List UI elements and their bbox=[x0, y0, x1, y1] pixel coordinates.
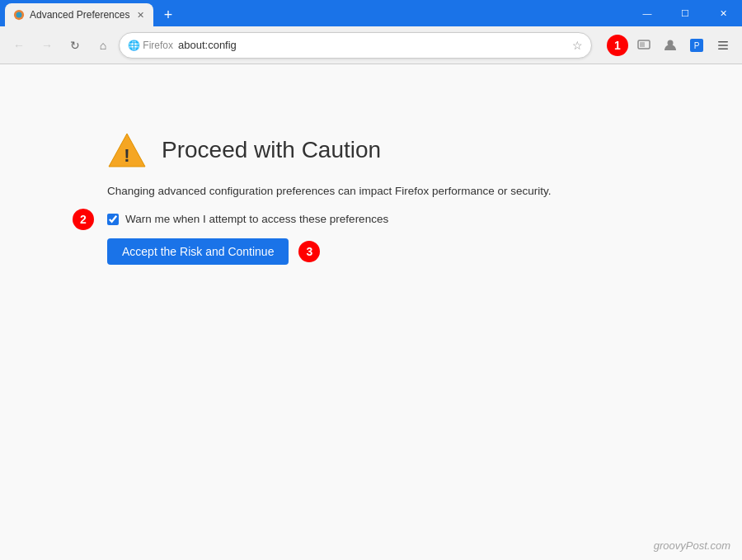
close-button[interactable]: ✕ bbox=[704, 0, 742, 26]
forward-button[interactable]: → bbox=[35, 33, 59, 58]
annotation-2: 2 bbox=[73, 209, 94, 230]
svg-text:P: P bbox=[694, 41, 700, 50]
watermark: groovyPost.com bbox=[654, 539, 730, 552]
svg-rect-10 bbox=[718, 45, 728, 46]
checkbox-row: 2 Warn me when I attempt to access these… bbox=[107, 213, 552, 225]
svg-text:!: ! bbox=[124, 145, 129, 166]
address-bar-wrapper: 🌐 Firefox about:config ☆ 1 bbox=[119, 32, 592, 59]
new-tab-button[interactable]: + bbox=[157, 3, 180, 26]
forward-icon: → bbox=[41, 39, 53, 52]
warning-section: ! Proceed with Caution Changing advanced… bbox=[107, 130, 552, 265]
maximize-button[interactable]: ☐ bbox=[666, 0, 704, 26]
tab-title: Advanced Preferences bbox=[30, 9, 130, 21]
svg-rect-9 bbox=[718, 41, 728, 43]
minimize-button[interactable]: — bbox=[628, 0, 666, 26]
reload-icon: ↻ bbox=[70, 39, 80, 52]
annotation-3: 3 bbox=[298, 241, 320, 262]
warn-checkbox[interactable] bbox=[107, 214, 119, 225]
firefox-label: 🌐 Firefox bbox=[128, 40, 173, 51]
back-icon: ← bbox=[13, 39, 25, 52]
tab-favicon-icon bbox=[13, 9, 25, 21]
url-display: about:config bbox=[178, 39, 237, 51]
navbar: ← → ↻ ⌂ 🌐 Firefox about:config ☆ 1 bbox=[0, 26, 742, 64]
titlebar: Advanced Preferences ✕ + — ☐ ✕ bbox=[0, 0, 742, 26]
reload-button[interactable]: ↻ bbox=[63, 33, 87, 58]
warning-header: ! Proceed with Caution bbox=[107, 130, 552, 170]
warning-title: Proceed with Caution bbox=[162, 137, 381, 163]
home-icon: ⌂ bbox=[100, 39, 106, 52]
tab-bar: Advanced Preferences ✕ + bbox=[5, 0, 628, 26]
menu-icon[interactable] bbox=[711, 33, 735, 58]
tab-close-button[interactable]: ✕ bbox=[134, 8, 147, 21]
svg-rect-11 bbox=[718, 48, 728, 49]
warning-triangle-icon: ! bbox=[107, 130, 147, 170]
page-content: ! Proceed with Caution Changing advanced… bbox=[0, 64, 742, 560]
checkbox-label: Warn me when I attempt to access these p… bbox=[125, 213, 388, 225]
bookmark-star-icon[interactable]: ☆ bbox=[572, 39, 583, 52]
svg-rect-5 bbox=[640, 42, 645, 47]
synced-tabs-icon[interactable] bbox=[632, 33, 656, 58]
address-bar[interactable]: 🌐 Firefox about:config ☆ bbox=[119, 32, 592, 59]
window-controls: — ☐ ✕ bbox=[628, 0, 742, 26]
active-tab[interactable]: Advanced Preferences ✕ bbox=[5, 3, 153, 26]
svg-point-1 bbox=[16, 12, 22, 18]
accept-risk-button[interactable]: Accept the Risk and Continue bbox=[107, 238, 289, 265]
annotation-1: 1 bbox=[607, 35, 628, 56]
warning-description: Changing advanced configuration preferen… bbox=[107, 183, 552, 200]
profile-icon[interactable]: P bbox=[684, 33, 709, 58]
back-button[interactable]: ← bbox=[7, 33, 31, 58]
home-button[interactable]: ⌂ bbox=[91, 33, 115, 58]
account-icon[interactable] bbox=[658, 33, 683, 58]
accept-btn-row: Accept the Risk and Continue 3 bbox=[107, 238, 552, 265]
